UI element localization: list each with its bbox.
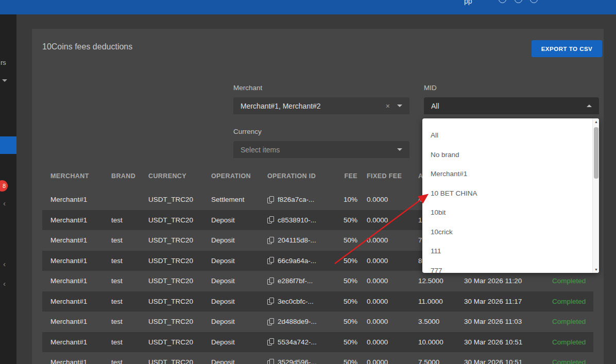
cell-merchant: Merchant#1 [50,189,87,210]
header-operation-id: OPERATION ID [267,169,316,183]
sidebar: rs 8 ‹ ‹ ‹ [0,14,16,364]
cell-date: 30 Mar 2026 10:51 [464,332,522,353]
chevron-down-icon[interactable] [2,79,7,82]
cell-merchant: Merchant#1 [50,251,87,271]
cell-date: 30 Mar 2026 11:17 [464,291,522,312]
copy-icon[interactable] [267,216,273,223]
mid-dropdown-option[interactable]: 10crick [422,222,599,242]
scroll-down-icon[interactable] [593,268,599,271]
cell-operation-id: 66c9a64a-... [267,251,316,271]
cell-operation: Deposit [211,251,235,271]
cell-currency: USDT_TRC20 [148,251,193,271]
dropdown-scrollbar[interactable] [592,118,599,273]
cell-amount: 1 [418,210,422,231]
copy-icon[interactable] [267,359,273,364]
sidebar-item-label-fragment: rs [1,59,6,66]
cell-brand: test [111,352,123,364]
cell-operation-id: c8538910-... [267,210,316,231]
topbar: pp [0,0,616,14]
mid-dropdown-option[interactable]: All [422,126,599,145]
cell-amount: 8 [418,251,422,271]
merchant-select[interactable]: Merchant#1, Merchant#2 [233,97,409,114]
cell-status: Completed [552,311,586,332]
cell-currency: USDT_TRC20 [148,271,193,291]
topbar-icon-2[interactable] [515,0,522,3]
currency-select[interactable]: Select items [233,141,409,158]
cell-brand: test [111,230,123,251]
table-row: Merchant#1testUSDT_TRC20Deposit3ec0cbfc-… [42,291,593,312]
mid-dropdown-option[interactable]: 111 [422,241,599,261]
mid-dropdown-list: AllNo brandMerchant#110 BET CHINA10bit10… [422,126,599,273]
chevron-left-icon[interactable]: ‹ [3,199,6,207]
cell-merchant: Merchant#1 [50,352,87,364]
copy-icon[interactable] [267,318,273,325]
header-operation: OPERATION [211,169,251,183]
cell-status: Completed [552,271,586,291]
cell-fee: 50% [310,311,357,332]
cell-fixed-fee: 0.0000 [367,230,388,251]
cell-amount: 3.5000 [418,311,439,332]
copy-icon[interactable] [267,298,273,305]
page-title: 10Coins fees deductions [42,42,132,51]
cell-fixed-fee: 0.0000 [367,291,388,312]
content-card: 10Coins fees deductions EXPORT TO CSV Me… [32,29,604,364]
chevron-up-icon[interactable] [587,105,592,107]
mid-filter-label: MID [424,84,437,92]
copy-icon[interactable] [267,196,273,203]
chevron-down-icon[interactable] [397,105,402,107]
cell-merchant: Merchant#1 [50,332,87,353]
cell-fixed-fee: 0.0000 [367,352,388,364]
currency-filter-label: Currency [233,128,262,135]
cell-currency: USDT_TRC20 [148,210,193,231]
cell-merchant: Merchant#1 [50,210,87,231]
cell-amount: 7 [418,230,422,251]
copy-icon[interactable] [267,237,273,244]
cell-currency: USDT_TRC20 [148,291,193,312]
operation-id-text: 3ec0cbfc-... [278,298,314,305]
mid-dropdown-option[interactable]: Merchant#1 [422,164,599,184]
topbar-icon-3[interactable] [530,0,538,3]
header-brand: BRAND [111,169,135,183]
cell-status: Completed [552,332,586,353]
cell-operation: Deposit [211,352,235,364]
cell-date: 30 Mar 2026 10:51 [464,352,522,364]
table-row: Merchant#1testUSDT_TRC20Deposite286f7bf-… [42,271,593,291]
mid-dropdown-option[interactable]: 10bit [422,203,599,222]
cell-operation-id: e286f7bf-... [267,271,313,291]
cell-currency: USDT_TRC20 [148,352,193,364]
scroll-up-icon[interactable] [593,120,599,124]
cell-date: 30 Mar 2026 11:20 [464,271,522,291]
cell-merchant: Merchant#1 [50,291,87,312]
copy-icon[interactable] [267,257,273,264]
cell-status: Completed [552,352,586,364]
topbar-icon-1[interactable] [499,0,506,3]
chevron-down-icon[interactable] [397,148,402,151]
copy-icon[interactable] [267,338,273,345]
cell-fixed-fee: 0.0000 [367,332,388,353]
cell-operation-id: 3529d596-... [267,352,317,364]
cell-merchant: Merchant#1 [50,230,87,251]
cell-fee: 50% [310,291,357,312]
sidebar-active-item[interactable] [0,136,16,154]
clear-icon[interactable] [386,102,390,110]
export-to-csv-button[interactable]: EXPORT TO CSV [532,40,602,57]
mid-select[interactable]: All [424,97,599,114]
copy-icon[interactable] [267,278,273,285]
cell-brand: test [111,291,123,312]
table-row: Merchant#1testUSDT_TRC20Deposit5534a742-… [42,332,593,353]
cell-amount: 10.0000 [418,332,443,353]
cell-operation: Deposit [211,271,235,291]
mid-dropdown-option[interactable]: 10 BET CHINA [422,184,599,203]
chevron-left-icon[interactable]: ‹ [3,259,6,268]
cell-date: 30 Mar 2026 11:03 [464,311,522,332]
operation-id-text: f826a7ca-... [278,196,314,203]
cell-brand: test [111,332,123,353]
mid-select-value: All [431,102,587,110]
merchant-filter-label: Merchant [233,84,262,92]
cell-fee: 50% [310,251,357,271]
cell-currency: USDT_TRC20 [148,189,193,210]
mid-dropdown-option[interactable]: 777 [422,261,599,273]
mid-dropdown-option[interactable]: No brand [422,145,599,165]
chevron-left-icon[interactable]: ‹ [3,279,6,288]
scrollbar-thumb[interactable] [594,127,598,179]
